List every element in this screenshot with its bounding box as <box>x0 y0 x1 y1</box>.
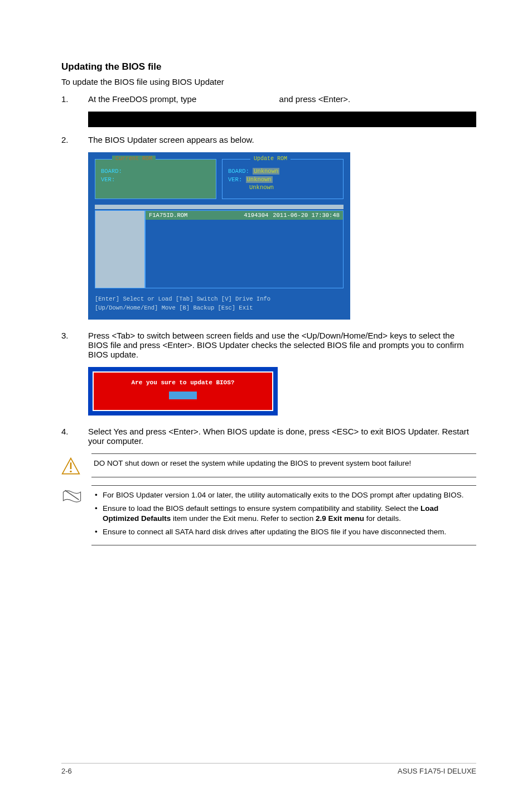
intro-text: To update the BIOS file using BIOS Updat… <box>61 77 476 86</box>
footer-line-1: [Enter] Select or Load [Tab] Switch [V] … <box>95 295 344 304</box>
note2-pre: Ensure to load the BIOS default settings… <box>103 504 420 513</box>
unknown-value: Unknown <box>253 168 279 175</box>
note2-mid: item under the Exit menu. Refer to secti… <box>171 514 316 523</box>
board-label: BOARD: <box>228 168 249 175</box>
step1-pre: At the FreeDOS prompt, type <box>88 94 196 104</box>
page-number: 2-6 <box>61 767 72 775</box>
confirm-question: Are you sure to update BIOS? <box>99 379 267 386</box>
step-number: 1. <box>61 94 88 104</box>
unknown-value: Unknown <box>249 184 274 191</box>
note-body: For BIOS Updater version 1.04 or later, … <box>91 485 476 546</box>
warning-callout: DO NOT shut down or reset the system whi… <box>61 453 476 477</box>
note2-post: for details. <box>364 514 401 523</box>
warning-icon <box>61 453 91 477</box>
section-heading: Updating the BIOS file <box>61 61 476 73</box>
update-rom-panel: Update ROM BOARD: Unknown VER: Unknown U… <box>222 159 344 199</box>
list-item: 4. Select Yes and press <Enter>. When BI… <box>61 427 476 446</box>
update-rom-legend: Update ROM <box>250 156 291 162</box>
note-callout: For BIOS Updater version 1.04 or later, … <box>61 485 476 546</box>
bios-updater-screenshot: Current ROM BOARD: VER: Update ROM BOARD… <box>88 152 350 320</box>
yes-button-highlight <box>169 392 197 399</box>
current-rom-legend: Current ROM <box>112 156 156 162</box>
ver-label: VER: <box>101 176 115 183</box>
page-footer: 2-6 ASUS F1A75-I DELUXE <box>61 763 476 775</box>
unknown-value: Unknown <box>246 176 273 183</box>
file-area: F1A75ID.ROM 4194304 2011-06-20 17:30:48 <box>95 210 344 288</box>
list-item: 1. At the FreeDOS prompt, type and press… <box>61 94 476 104</box>
note2-bold2: 2.9 Exit menu <box>316 514 364 523</box>
current-rom-panel: Current ROM BOARD: VER: <box>95 159 216 199</box>
list-item: 2. The BIOS Updater screen appears as be… <box>61 135 476 144</box>
step-text: At the FreeDOS prompt, type and press <E… <box>88 94 476 104</box>
confirm-inner: Are you sure to update BIOS? <box>93 371 273 411</box>
board-label: BOARD: <box>101 168 122 175</box>
step-list: 1. At the FreeDOS prompt, type and press… <box>61 94 476 104</box>
file-size: 4194304 <box>244 212 268 219</box>
divider <box>95 205 344 209</box>
note-item: For BIOS Updater version 1.04 or later, … <box>94 490 474 500</box>
step-number: 2. <box>61 135 88 144</box>
confirm-dialog-screenshot: Are you sure to update BIOS? <box>88 367 278 416</box>
file-list-panel: F1A75ID.ROM 4194304 2011-06-20 17:30:48 <box>145 210 344 288</box>
note-item: Ensure to connect all SATA hard disk dri… <box>94 527 474 537</box>
ver-label: VER: <box>228 176 242 183</box>
bios-footer-keys: [Enter] Select or Load [Tab] Switch [V] … <box>95 295 344 313</box>
step1-post: and press <Enter>. <box>279 94 351 104</box>
step-list: 4. Select Yes and press <Enter>. When BI… <box>61 427 476 446</box>
file-datetime: 2011-06-20 17:30:48 <box>273 212 340 219</box>
file-name: F1A75ID.ROM <box>149 212 244 219</box>
svg-point-2 <box>70 470 71 472</box>
note-item: Ensure to load the BIOS default settings… <box>94 504 474 524</box>
step-list: 3. Press <Tab> to switch between screen … <box>61 331 476 359</box>
footer-line-2: [Up/Down/Home/End] Move [B] Backup [Esc]… <box>95 304 344 313</box>
step-text: The BIOS Updater screen appears as below… <box>88 135 476 144</box>
step-number: 3. <box>61 331 88 359</box>
note-icon <box>61 485 91 546</box>
step-text: Select Yes and press <Enter>. When BIOS … <box>88 427 476 446</box>
step-list: 2. The BIOS Updater screen appears as be… <box>61 135 476 144</box>
warning-text: DO NOT shut down or reset the system whi… <box>91 453 476 477</box>
step-text: Press <Tab> to switch between screen fie… <box>88 331 476 359</box>
file-row: F1A75ID.ROM 4194304 2011-06-20 17:30:48 <box>146 211 343 220</box>
product-name: ASUS F1A75-I DELUXE <box>398 767 476 775</box>
list-item: 3. Press <Tab> to switch between screen … <box>61 331 476 359</box>
file-left-panel <box>95 210 145 288</box>
command-black-bar <box>88 112 476 127</box>
step-number: 4. <box>61 427 88 446</box>
